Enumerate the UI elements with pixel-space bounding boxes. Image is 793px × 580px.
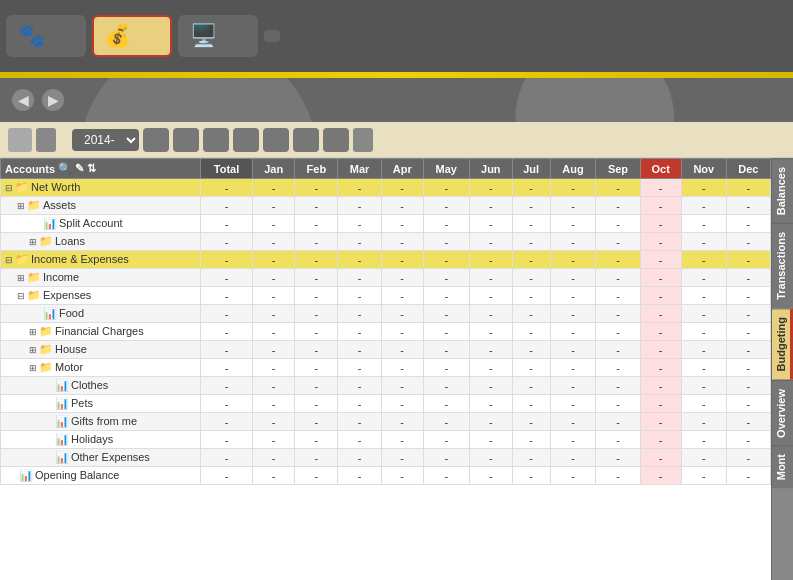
cell-5-12: - (726, 269, 770, 287)
cell-1-4: - (381, 197, 423, 215)
edit-button[interactable] (173, 128, 199, 152)
cell-7-4: - (381, 305, 423, 323)
cell-12-12: - (726, 395, 770, 413)
sidebar-tab-balances[interactable]: Balances (772, 158, 793, 223)
row-name-expenses[interactable]: ⊟📁Expenses (1, 287, 201, 305)
cell-5-3: - (338, 269, 381, 287)
row-name-income[interactable]: ⊞📁Income (1, 269, 201, 287)
cell-8-10: - (640, 323, 681, 341)
row-name-motor[interactable]: ⊞📁Motor (1, 359, 201, 377)
cell-2-11: - (681, 215, 726, 233)
cell-8-9: - (596, 323, 640, 341)
budget-year-select[interactable]: 2014- (72, 129, 139, 151)
col-oct: Oct (640, 159, 681, 179)
col-nov: Nov (681, 159, 726, 179)
cell-5-6: - (469, 269, 512, 287)
row-name-holidays[interactable]: 📊Holidays (1, 431, 201, 449)
cell-8-8: - (550, 323, 596, 341)
cell-13-5: - (423, 413, 469, 431)
cell-9-6: - (469, 341, 512, 359)
cell-16-7: - (512, 467, 550, 485)
nav-easy-steps[interactable]: 🐾 (6, 15, 86, 57)
cell-10-11: - (681, 359, 726, 377)
cell-8-4: - (381, 323, 423, 341)
cell-10-2: - (295, 359, 338, 377)
cell-13-8: - (550, 413, 596, 431)
row-name-pets[interactable]: 📊Pets (1, 395, 201, 413)
cell-16-0: - (201, 467, 253, 485)
sidebar-tab-transactions[interactable]: Transactions (772, 223, 793, 308)
back-button[interactable]: ◀ (12, 89, 34, 111)
row-name-gifts-from-me[interactable]: 📊Gifts from me (1, 413, 201, 431)
cell-5-9: - (596, 269, 640, 287)
cell-6-6: - (469, 287, 512, 305)
cell-1-11: - (681, 197, 726, 215)
cell-2-3: - (338, 215, 381, 233)
chevron-right-button[interactable] (353, 128, 373, 152)
row-name-assets[interactable]: ⊞📁Assets (1, 197, 201, 215)
cell-16-6: - (469, 467, 512, 485)
sidebar-tab-mont[interactable]: Mont (772, 445, 793, 488)
cell-9-12: - (726, 341, 770, 359)
cell-9-7: - (512, 341, 550, 359)
search-icon[interactable]: 🔍 (58, 162, 72, 175)
cell-4-9: - (596, 251, 640, 269)
cell-1-1: - (253, 197, 295, 215)
sidebar-tab-overview[interactable]: Overview (772, 380, 793, 446)
cell-9-2: - (295, 341, 338, 359)
row-name-net-worth[interactable]: ⊟📁Net Worth (1, 179, 201, 197)
close-button[interactable] (233, 128, 259, 152)
cell-1-8: - (550, 197, 596, 215)
row-name-clothes[interactable]: 📊Clothes (1, 377, 201, 395)
cell-0-4: - (381, 179, 423, 197)
dollar-button[interactable] (323, 128, 349, 152)
row-name-food[interactable]: 📊Food (1, 305, 201, 323)
cell-16-2: - (295, 467, 338, 485)
cell-2-9: - (596, 215, 640, 233)
cell-15-6: - (469, 449, 512, 467)
fraction-button[interactable] (203, 128, 229, 152)
sidebar-tab-budgeting[interactable]: Budgeting (772, 308, 793, 379)
nav-accounts-budgeting[interactable]: 💰 (92, 15, 172, 57)
cell-9-4: - (381, 341, 423, 359)
cell-11-7: - (512, 377, 550, 395)
check-button[interactable] (263, 128, 289, 152)
edit-col-icon[interactable]: ✎ (75, 162, 84, 175)
row-name-income-&-expenses[interactable]: ⊟📁Income & Expenses (1, 251, 201, 269)
cell-3-2: - (295, 233, 338, 251)
cell-6-7: - (512, 287, 550, 305)
cell-12-7: - (512, 395, 550, 413)
cell-2-1: - (253, 215, 295, 233)
cell-5-10: - (640, 269, 681, 287)
cell-3-8: - (550, 233, 596, 251)
forward-button[interactable]: ▶ (42, 89, 64, 111)
cell-16-11: - (681, 467, 726, 485)
cell-14-2: - (295, 431, 338, 449)
cell-1-5: - (423, 197, 469, 215)
cell-5-8: - (550, 269, 596, 287)
cell-6-1: - (253, 287, 295, 305)
add-button[interactable] (143, 128, 169, 152)
row-name-other-expenses[interactable]: 📊Other Expenses (1, 449, 201, 467)
nav-arrow-forward[interactable] (264, 30, 280, 42)
accounts-table-wrap[interactable]: Accounts 🔍 ✎ ⇅ Total Jan Feb Mar Apr May… (0, 158, 771, 580)
cell-3-0: - (201, 233, 253, 251)
cell-0-6: - (469, 179, 512, 197)
cell-8-12: - (726, 323, 770, 341)
row-name-split-account[interactable]: 📊Split Account (1, 215, 201, 233)
chevron-left-button[interactable] (36, 128, 56, 152)
row-name-house[interactable]: ⊞📁House (1, 341, 201, 359)
right-sidebar: BalancesTransactionsBudgetingOverviewMon… (771, 158, 793, 580)
row-name-financial-charges[interactable]: ⊞📁Financial Charges (1, 323, 201, 341)
row-name-opening-balance[interactable]: 📊Opening Balance (1, 467, 201, 485)
sort-icon[interactable]: ⇅ (87, 162, 96, 175)
nav-all-transactions[interactable]: 🖥️ (178, 15, 258, 57)
cell-7-10: - (640, 305, 681, 323)
percent-button[interactable] (293, 128, 319, 152)
cell-1-7: - (512, 197, 550, 215)
row-name-loans[interactable]: ⊞📁Loans (1, 233, 201, 251)
col-dec: Dec (726, 159, 770, 179)
gear-button[interactable] (8, 128, 32, 152)
cell-6-10: - (640, 287, 681, 305)
cell-11-0: - (201, 377, 253, 395)
